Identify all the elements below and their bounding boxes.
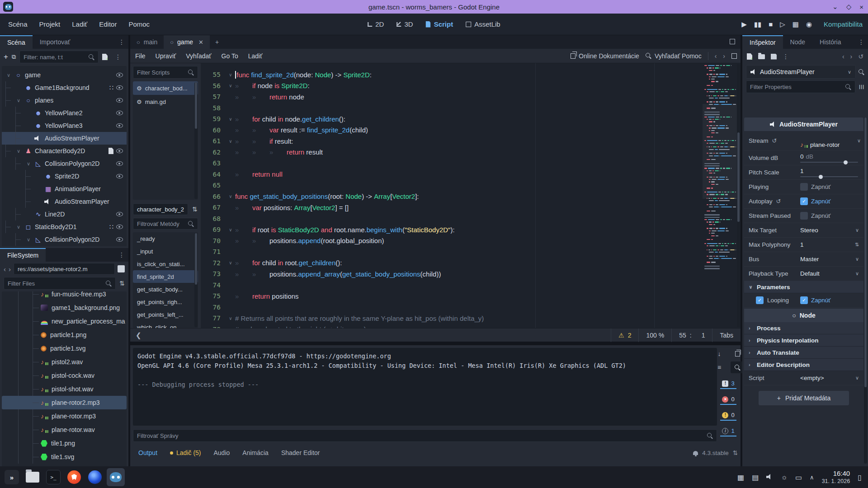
file-pistol-shot.wav[interactable]: ♪pistol-shot.wav (2, 382, 127, 396)
script-menu-vyhľadať[interactable]: Vyhľadať (181, 52, 216, 60)
workspace-3d[interactable]: 3D (392, 18, 417, 30)
indent-type[interactable]: Tabs (712, 328, 741, 342)
fold-icon[interactable]: ∨ (15, 224, 22, 230)
file-tile1.svg[interactable]: tile1.svg (2, 450, 127, 464)
scene-node-sprite2d[interactable]: ☻Sprite2D (2, 170, 127, 183)
clipboard-tray-icon[interactable]: ▤ (752, 473, 759, 482)
revert-icon[interactable]: ↺ (776, 198, 781, 205)
tab-node[interactable]: Node (783, 35, 812, 49)
search-help-button[interactable]: Vyhľadať Pomoc (646, 52, 702, 60)
add-node-icon[interactable]: + (4, 52, 8, 61)
file-plane-rotor2.mp3[interactable]: ♪plane-rotor2.mp3 (2, 396, 127, 409)
tab-scéna[interactable]: Scéna (0, 35, 33, 49)
method-is_click_on_stati...[interactable]: is_click_on_stati... (133, 258, 198, 270)
visibility-eye-icon[interactable] (116, 174, 123, 178)
script-menu-file[interactable]: File (130, 52, 151, 60)
distraction-free-icon[interactable] (730, 39, 735, 44)
slider-handle[interactable] (819, 175, 823, 179)
member-filter-input[interactable]: character_body_2 (133, 203, 188, 215)
line-number[interactable]: 69 (201, 226, 226, 233)
script-character_bod...[interactable]: ⚙character_bod... (133, 81, 198, 95)
group-auto-translate[interactable]: ›Auto Translate (744, 347, 863, 359)
line-number[interactable]: 77 (201, 314, 226, 322)
code-scrollbar[interactable] (737, 64, 740, 327)
scene-dock-menu-icon[interactable]: ⋮ (111, 53, 125, 61)
filter-properties-input[interactable]: Filter Properties (746, 80, 855, 93)
line-number[interactable]: 72 (201, 259, 226, 267)
fold-icon[interactable]: ∨ (226, 83, 235, 88)
line-number[interactable]: 64 (201, 171, 226, 178)
select-script[interactable]: <empty>∨ (800, 375, 861, 381)
expand-bottom-panel-icon[interactable]: ⇅ (733, 449, 738, 456)
visibility-eye-icon[interactable] (116, 111, 123, 115)
bottom-tab-ladi-5-[interactable]: Ladič (5) (165, 447, 206, 458)
line-number[interactable]: 75 (201, 292, 226, 300)
line-number[interactable]: 71 (201, 248, 226, 255)
online-docs-button[interactable]: Online Dokumentácie (571, 52, 639, 60)
bottom-tab-audio[interactable]: Audio (208, 447, 236, 458)
file-plane-rotor.mp3[interactable]: ♪plane-rotor.mp3 (2, 409, 127, 423)
line-number[interactable]: 55 (201, 71, 226, 78)
slider-pitch-scale[interactable]: 1 (800, 168, 861, 177)
method-get_static_body...[interactable]: get_static_body... (133, 283, 198, 296)
resource-menu-icon[interactable]: ⋮ (783, 53, 789, 60)
scene-node-staticbody2d1[interactable]: ∨◻StaticBody2D1∷ (2, 221, 127, 233)
taskbar-file-manager[interactable] (24, 468, 42, 486)
script-main.gd[interactable]: ⚙main.gd (133, 95, 198, 108)
taskbar-brave[interactable] (65, 468, 83, 486)
fold-icon[interactable]: ∨ (226, 227, 235, 232)
line-number[interactable]: 56 (201, 82, 226, 89)
workspace-assetlib[interactable]: AssetLib (461, 18, 505, 30)
property-tools-icon[interactable]: ☰ (859, 84, 865, 89)
script-list-scrollbar[interactable] (194, 82, 198, 199)
taskbar-terminal[interactable]: >_ (44, 468, 62, 486)
line-number[interactable]: 66 (201, 193, 226, 200)
open-docs-icon[interactable] (859, 69, 864, 75)
chevron-down-icon[interactable]: ∨ (857, 138, 861, 144)
attach-script-icon[interactable] (102, 54, 108, 60)
maximize-button[interactable]: ◇ (846, 3, 852, 11)
visibility-eye-icon[interactable] (116, 73, 123, 77)
checkbox-autoplay[interactable]: ✓ (800, 197, 808, 205)
line-number[interactable]: 68 (201, 215, 226, 222)
script-back-icon[interactable]: ‹ (715, 52, 717, 60)
scene-node-yellowplane2[interactable]: ☻YellowPlane2 (2, 107, 127, 119)
scene-node-collisionpolygon2d[interactable]: ∨◺CollisionPolygon2D (2, 157, 127, 170)
scene-node-game[interactable]: ∨○game (2, 69, 127, 81)
menu-editor[interactable]: Editor (94, 18, 121, 30)
stop-button[interactable]: ■ (769, 20, 773, 28)
tab-inšpektor[interactable]: Inšpektor (742, 35, 783, 49)
scene-node-planes[interactable]: ∨○planes (2, 94, 127, 107)
line-number[interactable]: 70 (201, 237, 226, 244)
visibility-eye-icon[interactable] (116, 123, 123, 128)
add-metadata-button[interactable]: +Pridať Metadáta (759, 391, 849, 405)
bottom-tab-output[interactable]: Output (133, 447, 163, 458)
history-back-icon[interactable]: ‹ (4, 265, 6, 273)
fold-icon[interactable]: ∨ (226, 316, 235, 321)
method-list-scrollbar[interactable] (194, 233, 198, 327)
scene-node-collisionpolygon2d[interactable]: ∨◺CollisionPolygon2D (2, 233, 127, 246)
output-info-filter[interactable]: i1 (720, 426, 736, 436)
inspector-forward-icon[interactable]: › (850, 53, 853, 60)
fold-icon[interactable]: ∨ (25, 237, 32, 243)
method-_input[interactable]: _input (133, 245, 198, 258)
renderer-selector[interactable]: Kompatibilita (824, 20, 863, 28)
line-number[interactable]: 73 (201, 270, 226, 277)
visibility-eye-icon[interactable] (116, 98, 123, 103)
visibility-eye-icon[interactable] (116, 85, 123, 90)
file-tile1.png[interactable]: tile1.png (2, 436, 127, 450)
close-tab-icon[interactable]: ✕ (198, 39, 203, 46)
line-number[interactable]: 63 (201, 160, 226, 167)
file-pistol-cock.wav[interactable]: ♪pistol-cock.wav (2, 369, 127, 382)
play-custom-scene-button[interactable]: ▦ (793, 20, 799, 28)
movie-maker-button[interactable]: ◉ (806, 20, 812, 28)
workspace-2d[interactable]: 2D (363, 18, 388, 30)
group-physics-interpolation[interactable]: ›Physics Interpolation (744, 334, 863, 347)
visibility-eye-icon[interactable] (116, 149, 123, 153)
stream-value[interactable]: ♪plane-rotor (800, 131, 854, 150)
new-tab-button[interactable]: + (210, 35, 224, 49)
close-button[interactable]: × (859, 3, 863, 11)
revert-icon[interactable]: ↺ (772, 137, 777, 144)
scene-node-animationplayer[interactable]: ▦AnimationPlayer (2, 183, 127, 195)
toggle-split-mode-icon[interactable] (118, 265, 125, 272)
